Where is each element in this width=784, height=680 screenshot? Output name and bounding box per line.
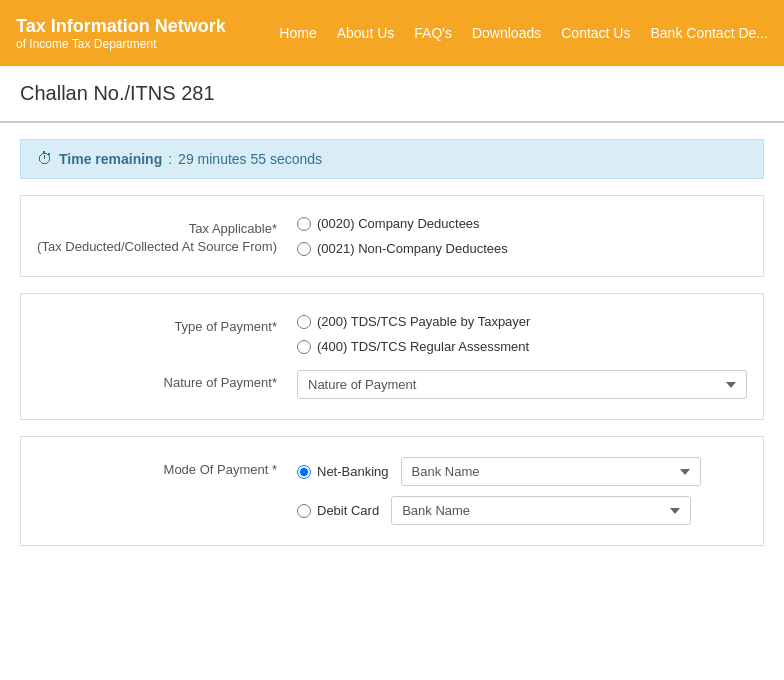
payment-type-radio-400[interactable] <box>297 340 311 354</box>
payment-section: Type of Payment* (200) TDS/TCS Payable b… <box>20 293 764 420</box>
nav-about[interactable]: About Us <box>337 25 395 41</box>
payment-type-400-label: (400) TDS/TCS Regular Assessment <box>317 339 529 354</box>
brand: Tax Information Network of Income Tax De… <box>16 16 226 51</box>
nature-of-payment-controls: Nature of Payment <box>297 370 747 399</box>
nav-downloads[interactable]: Downloads <box>472 25 541 41</box>
tax-applicable-controls: (0020) Company Deductees (0021) Non-Comp… <box>297 216 747 256</box>
type-of-payment-label: Type of Payment* <box>37 314 297 336</box>
time-remaining-value: 29 minutes 55 seconds <box>178 151 322 167</box>
mode-of-payment-section: Mode Of Payment * Net-Banking Bank Name … <box>20 436 764 546</box>
mode-of-payment-label: Mode Of Payment * <box>37 457 297 479</box>
nav-contact[interactable]: Contact Us <box>561 25 630 41</box>
nav-home[interactable]: Home <box>279 25 316 41</box>
brand-subtitle: of Income Tax Department <box>16 37 226 51</box>
brand-title: Tax Information Network <box>16 16 226 37</box>
debit-card-bank-select[interactable]: Bank Name <box>391 496 691 525</box>
net-banking-row: Net-Banking Bank Name <box>297 457 747 486</box>
time-remaining-label: Time remaining <box>59 151 162 167</box>
payment-type-200-label: (200) TDS/TCS Payable by Taxpayer <box>317 314 530 329</box>
nav-faqs[interactable]: FAQ's <box>414 25 452 41</box>
main-nav: Home About Us FAQ's Downloads Contact Us… <box>279 25 768 41</box>
debit-card-label: Debit Card <box>317 503 379 518</box>
payment-type-400[interactable]: (400) TDS/TCS Regular Assessment <box>297 339 747 354</box>
net-banking-label: Net-Banking <box>317 464 389 479</box>
tax-applicable-row: Tax Applicable* (Tax Deducted/Collected … <box>37 216 747 256</box>
tax-applicable-radio-0021[interactable] <box>297 242 311 256</box>
tax-applicable-radio-0020[interactable] <box>297 217 311 231</box>
type-of-payment-row: Type of Payment* (200) TDS/TCS Payable b… <box>37 314 747 354</box>
page-title: Challan No./ITNS 281 <box>20 82 764 105</box>
net-banking-bank-select[interactable]: Bank Name <box>401 457 701 486</box>
site-header: Tax Information Network of Income Tax De… <box>0 0 784 66</box>
nature-of-payment-label: Nature of Payment* <box>37 370 297 392</box>
page-title-bar: Challan No./ITNS 281 <box>0 66 784 123</box>
clock-icon: ⏱ <box>37 150 53 168</box>
tax-applicable-option-0020-label: (0020) Company Deductees <box>317 216 480 231</box>
mode-of-payment-row: Mode Of Payment * Net-Banking Bank Name … <box>37 457 747 525</box>
nature-of-payment-select[interactable]: Nature of Payment <box>297 370 747 399</box>
debit-card-option[interactable]: Debit Card <box>297 503 379 518</box>
payment-type-radio-200[interactable] <box>297 315 311 329</box>
payment-type-200[interactable]: (200) TDS/TCS Payable by Taxpayer <box>297 314 747 329</box>
nature-of-payment-row: Nature of Payment* Nature of Payment <box>37 370 747 399</box>
nav-bank[interactable]: Bank Contact De... <box>650 25 768 41</box>
net-banking-option[interactable]: Net-Banking <box>297 464 389 479</box>
tax-applicable-label: Tax Applicable* (Tax Deducted/Collected … <box>37 216 297 256</box>
tax-applicable-section: Tax Applicable* (Tax Deducted/Collected … <box>20 195 764 277</box>
net-banking-radio[interactable] <box>297 465 311 479</box>
debit-card-radio[interactable] <box>297 504 311 518</box>
tax-applicable-option-0021[interactable]: (0021) Non-Company Deductees <box>297 241 747 256</box>
tax-applicable-option-0021-label: (0021) Non-Company Deductees <box>317 241 508 256</box>
mode-of-payment-controls: Net-Banking Bank Name Debit Card Bank Na… <box>297 457 747 525</box>
type-of-payment-controls: (200) TDS/TCS Payable by Taxpayer (400) … <box>297 314 747 354</box>
tax-applicable-option-0020[interactable]: (0020) Company Deductees <box>297 216 747 231</box>
time-colon: : <box>168 151 172 167</box>
debit-card-row: Debit Card Bank Name <box>297 496 747 525</box>
time-remaining-bar: ⏱ Time remaining : 29 minutes 55 seconds <box>20 139 764 179</box>
